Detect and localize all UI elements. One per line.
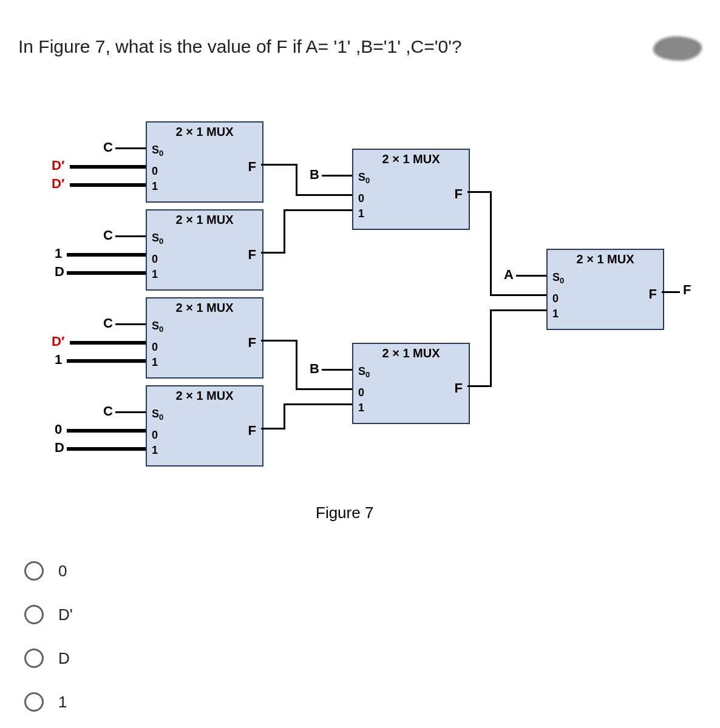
label-s0: S0 <box>358 171 370 184</box>
mux-title: 2 × 1 MUX <box>147 301 262 315</box>
answer-option-d[interactable]: D <box>24 636 73 680</box>
mux-7: 2 × 1 MUX S0 0 1 F <box>546 249 664 330</box>
scribble-mark <box>653 36 702 61</box>
output-f: F <box>683 282 691 298</box>
label-in0: 0 <box>358 192 364 205</box>
answer-label: 1 <box>58 693 67 712</box>
input-dprime: D′ <box>52 334 64 349</box>
label-in1: 1 <box>552 308 559 320</box>
answer-option-dprime[interactable]: D' <box>24 593 73 636</box>
label-in1: 1 <box>152 444 158 457</box>
input-c: C <box>103 315 113 331</box>
label-in1: 1 <box>152 356 158 369</box>
mux-2: 2 × 1 MUX S0 0 1 F <box>146 209 263 291</box>
radio-icon[interactable] <box>24 692 44 712</box>
answer-option-1[interactable]: 1 <box>24 680 73 724</box>
input-d: D <box>55 264 64 280</box>
radio-icon[interactable] <box>24 649 44 668</box>
mux-title: 2 × 1 MUX <box>147 389 262 403</box>
label-s0: S0 <box>152 320 163 332</box>
label-s0: S0 <box>152 232 163 244</box>
mux-diagram: 2 × 1 MUX S0 0 1 F 2 × 1 MUX S0 0 1 F 2 … <box>18 103 710 528</box>
label-s0: S0 <box>152 144 163 157</box>
label-in1: 1 <box>152 180 158 193</box>
mux-title: 2 × 1 MUX <box>147 125 262 139</box>
label-f: F <box>248 335 256 351</box>
radio-icon[interactable] <box>24 561 44 581</box>
input-dprime: D′ <box>52 158 64 174</box>
label-in0: 0 <box>152 429 158 442</box>
input-c: C <box>103 403 113 419</box>
answer-option-0[interactable]: 0 <box>24 549 73 593</box>
mux-title: 2 × 1 MUX <box>147 213 262 227</box>
answer-label: 0 <box>58 562 67 581</box>
label-in0: 0 <box>358 386 364 399</box>
label-s0: S0 <box>152 408 163 420</box>
input-const1: 1 <box>55 246 62 261</box>
input-c: C <box>103 140 113 155</box>
input-const0: 0 <box>55 422 62 437</box>
label-f: F <box>248 159 256 175</box>
label-f: F <box>248 423 256 439</box>
label-in1: 1 <box>358 207 364 220</box>
answer-label: D' <box>58 605 73 624</box>
answer-label: D <box>58 649 70 668</box>
mux-5: 2 × 1 MUX S0 0 1 F <box>352 149 470 230</box>
input-d: D <box>55 440 64 456</box>
mux-1: 2 × 1 MUX S0 0 1 F <box>146 121 263 203</box>
label-f: F <box>455 380 463 396</box>
label-in1: 1 <box>358 402 364 414</box>
answer-options: 0 D' D 1 <box>24 549 73 724</box>
radio-icon[interactable] <box>24 605 44 624</box>
input-b: B <box>310 167 319 183</box>
label-s0: S0 <box>358 365 370 378</box>
label-in1: 1 <box>152 268 158 281</box>
label-f: F <box>248 247 256 263</box>
label-s0: S0 <box>552 271 564 284</box>
mux-title: 2 × 1 MUX <box>548 252 663 266</box>
label-in0: 0 <box>152 341 158 354</box>
label-in0: 0 <box>152 165 158 178</box>
mux-6: 2 × 1 MUX S0 0 1 F <box>352 343 470 424</box>
label-in0: 0 <box>552 292 559 305</box>
label-in0: 0 <box>152 253 158 266</box>
label-f: F <box>649 286 657 302</box>
mux-3: 2 × 1 MUX S0 0 1 F <box>146 297 263 379</box>
mux-title: 2 × 1 MUX <box>353 346 469 360</box>
question-text: In Figure 7, what is the value of F if A… <box>18 36 462 57</box>
input-b: B <box>310 361 319 377</box>
mux-title: 2 × 1 MUX <box>353 152 469 166</box>
input-a: A <box>504 267 514 283</box>
mux-4: 2 × 1 MUX S0 0 1 F <box>146 385 263 467</box>
input-dprime: D′ <box>52 176 64 192</box>
input-const1: 1 <box>55 352 62 368</box>
input-c: C <box>103 228 113 243</box>
figure-caption: Figure 7 <box>316 504 373 522</box>
label-f: F <box>455 186 463 202</box>
